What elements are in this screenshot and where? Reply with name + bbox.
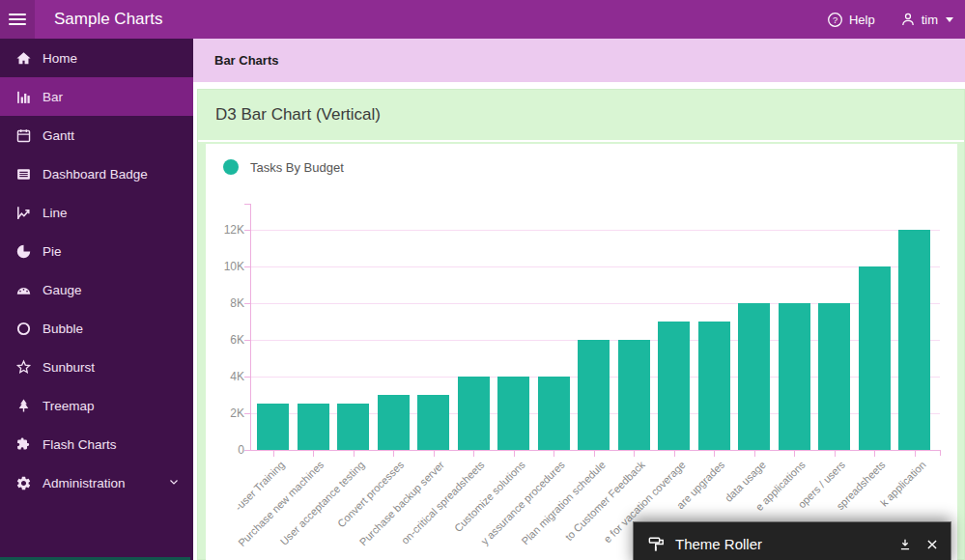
- y-tick-label: 8K: [206, 296, 244, 310]
- close-icon[interactable]: [925, 538, 939, 551]
- chart-panel-body: Tasks By Budget 02K4K6K8K10K12K-user Tra…: [206, 144, 957, 560]
- y-tick-label: 12K: [206, 223, 244, 237]
- y-tick-label: 0: [206, 443, 244, 457]
- y-tick-label: 6K: [206, 333, 244, 347]
- y-axis-line: [250, 204, 251, 450]
- list-icon: [14, 166, 33, 182]
- sidebar-item-dashboard-badge[interactable]: Dashboard Badge: [0, 154, 193, 193]
- theme-roller-title: Theme Roller: [675, 536, 762, 552]
- bar[interactable]: [859, 266, 891, 450]
- bar[interactable]: [417, 395, 449, 450]
- gear-icon: [14, 475, 33, 491]
- bar[interactable]: [738, 303, 770, 450]
- x-axis-tick: [594, 451, 595, 457]
- x-axis-tick: [915, 451, 916, 457]
- y-tick-label: 4K: [206, 370, 244, 383]
- y-axis-end-tick: [244, 204, 250, 205]
- x-axis-tick: [835, 451, 836, 457]
- bar[interactable]: [578, 340, 610, 450]
- x-axis-tick: [794, 451, 795, 457]
- home-icon: [14, 50, 33, 67]
- x-axis-tick: [553, 451, 554, 457]
- y-tick-label: 10K: [206, 260, 244, 273]
- sidebar-item-flash-charts[interactable]: Flash Charts: [0, 425, 193, 463]
- x-axis-tick: [674, 451, 675, 457]
- x-axis-tick: [313, 451, 314, 457]
- sidebar-item-bubble[interactable]: Bubble: [0, 309, 193, 348]
- chart-panel-title: D3 Bar Chart (Vertical): [215, 105, 381, 125]
- user-name: tim: [922, 13, 938, 27]
- sidebar-item-administration[interactable]: Administration: [0, 463, 193, 502]
- topbar-right: ? Help tim: [827, 0, 953, 39]
- app-title: Sample Charts: [54, 0, 162, 39]
- user-icon: [900, 12, 916, 27]
- main-content: Bar Charts D3 Bar Chart (Vertical) Tasks…: [193, 39, 965, 560]
- x-axis-tick: [473, 451, 474, 457]
- tree-icon: [14, 398, 33, 414]
- bar[interactable]: [497, 377, 529, 450]
- sidebar-item-sunburst[interactable]: Sunburst: [0, 348, 193, 386]
- x-axis-tick: [434, 451, 435, 457]
- y-tick-label: 2K: [206, 406, 244, 420]
- help-label: Help: [849, 13, 875, 27]
- circle-icon: [14, 321, 33, 337]
- x-axis-tick: [514, 451, 515, 457]
- user-menu[interactable]: tim: [900, 12, 953, 27]
- bar[interactable]: [698, 322, 730, 450]
- gauge-icon: [14, 282, 33, 298]
- x-axis-tick: [634, 451, 635, 457]
- pie-chart-icon: [14, 243, 33, 260]
- bar[interactable]: [458, 377, 490, 450]
- sidebar-item-gauge[interactable]: Gauge: [0, 270, 193, 309]
- download-icon[interactable]: [898, 538, 912, 551]
- bar[interactable]: [257, 404, 289, 450]
- chart-panel-header: D3 Bar Chart (Vertical): [198, 90, 964, 142]
- x-tick-label: on-critical spreadsheets: [399, 459, 487, 546]
- sidebar-item-line[interactable]: Line: [0, 193, 193, 232]
- bar[interactable]: [898, 230, 930, 450]
- x-axis-tick: [273, 451, 274, 457]
- help-button[interactable]: ? Help: [827, 12, 875, 28]
- bar[interactable]: [337, 404, 369, 450]
- x-tick-label: Customize solutions: [451, 459, 526, 534]
- user-caret-down-icon: [946, 17, 953, 22]
- bar[interactable]: [298, 404, 329, 450]
- bar[interactable]: [538, 377, 570, 450]
- x-axis-tick: [874, 451, 875, 457]
- chevron-down-icon: [168, 476, 180, 490]
- theme-roller-panel[interactable]: Theme Roller: [633, 521, 951, 560]
- x-axis-tick: [354, 451, 355, 457]
- gridline: [250, 230, 940, 231]
- x-axis-tick: [714, 451, 715, 457]
- sidebar-item-bar[interactable]: Bar: [0, 77, 193, 116]
- bar[interactable]: [618, 340, 650, 450]
- svg-text:?: ?: [833, 14, 837, 24]
- bar-chart: 02K4K6K8K10K12K-user TrainingPurchase ne…: [206, 144, 957, 560]
- puzzle-icon: [14, 436, 33, 453]
- bar[interactable]: [818, 303, 850, 450]
- paint-roller-icon: [647, 535, 666, 553]
- star-icon: [14, 359, 33, 376]
- help-icon: ?: [827, 12, 843, 28]
- x-axis-tick: [754, 451, 755, 457]
- sidebar-item-gantt[interactable]: Gantt: [0, 116, 193, 154]
- menu-toggle-button[interactable]: [0, 0, 35, 39]
- bar[interactable]: [779, 303, 810, 450]
- calendar-icon: [14, 127, 33, 144]
- bar-chart-icon: [14, 89, 33, 105]
- bar[interactable]: [378, 395, 410, 450]
- theme-roller-actions: [898, 538, 939, 551]
- line-chart-icon: [14, 205, 33, 221]
- sidebar-nav: Home Bar Gantt Dashboard Badge Line Pie …: [0, 39, 193, 560]
- app-window: Sample Charts ? Help tim Home: [0, 0, 965, 560]
- breadcrumb: Bar Charts: [193, 39, 965, 82]
- sidebar-item-pie[interactable]: Pie: [0, 232, 193, 270]
- top-navbar: Sample Charts ? Help tim: [0, 0, 965, 39]
- sidebar-item-treemap[interactable]: Treemap: [0, 386, 193, 425]
- x-axis-end-tick: [940, 450, 941, 456]
- sidebar-item-home[interactable]: Home: [0, 39, 193, 77]
- x-axis-tick: [393, 451, 394, 457]
- chart-panel: D3 Bar Chart (Vertical) Tasks By Budget …: [197, 89, 965, 560]
- bar[interactable]: [658, 322, 690, 450]
- gridline: [250, 266, 940, 267]
